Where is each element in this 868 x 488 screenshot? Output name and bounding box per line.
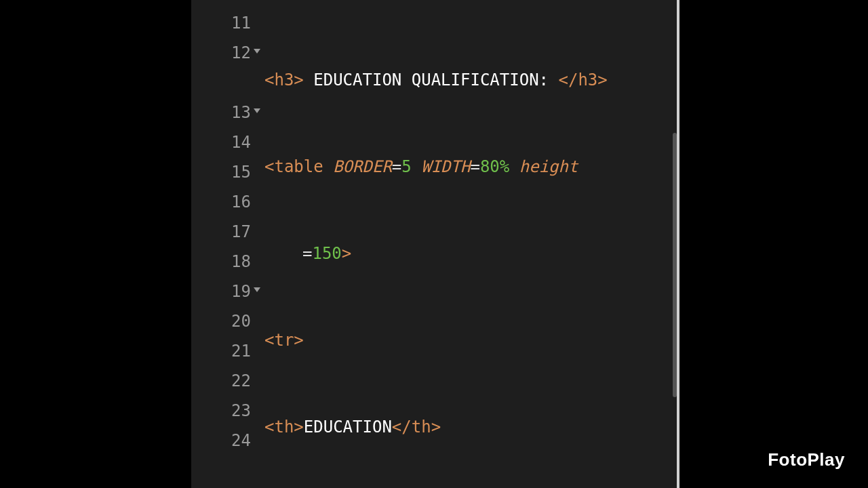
val: 150 — [312, 244, 341, 263]
ln-21: 21 — [231, 342, 251, 361]
ln-13: 13 — [231, 103, 251, 122]
line-number-wrap — [191, 68, 259, 98]
ln-16: 16 — [231, 192, 251, 211]
code-line-12[interactable]: <table BORDER=5 WIDTH=80% height — [264, 152, 677, 182]
code-editor: 11 12 13 14 15 16 17 18 19 20 21 22 23 2… — [191, 0, 679, 488]
ln-20: 20 — [231, 312, 251, 331]
attr: BORDER — [333, 157, 392, 176]
line-number: 16 — [191, 187, 259, 217]
val: 80% — [480, 157, 509, 176]
ln-23: 23 — [231, 401, 251, 420]
line-number: 15 — [191, 157, 259, 187]
line-number: 24 — [191, 426, 259, 455]
line-number: 22 — [191, 366, 259, 396]
ln-18: 18 — [231, 252, 251, 271]
attr: height — [519, 157, 578, 176]
space — [412, 157, 421, 176]
line-number-gutter: 11 12 13 14 15 16 17 18 19 20 21 22 23 2… — [191, 0, 259, 488]
scrollbar-thumb[interactable] — [673, 133, 677, 397]
eq: = — [392, 157, 401, 176]
line-number: 18 — [191, 247, 259, 277]
eq: = — [302, 244, 312, 263]
tag-close: </th> — [392, 418, 441, 436]
eq: = — [470, 157, 479, 176]
ln-11: 11 — [231, 14, 251, 33]
ln-22: 22 — [231, 371, 251, 390]
code-area[interactable]: <h3> EDUCATION QUALIFICATION: </h3> <tab… — [259, 0, 677, 488]
tag-close: > — [342, 244, 351, 263]
code-line-13[interactable]: <tr> — [264, 325, 677, 355]
line-number: 14 — [191, 127, 259, 157]
line-number: 20 — [191, 306, 259, 336]
attr: WIDTH — [421, 157, 470, 176]
space — [509, 157, 519, 176]
code-line-14[interactable]: <th>EDUCATION</th> — [264, 412, 677, 442]
line-number: 11 — [191, 8, 259, 38]
ln-19: 19 — [231, 282, 251, 301]
line-number: 19 — [191, 277, 259, 306]
ln-17: 17 — [231, 222, 251, 241]
ln-15: 15 — [231, 163, 251, 182]
tag-close: </h3> — [558, 70, 607, 89]
space — [323, 157, 333, 176]
line-number: 12 — [191, 38, 259, 68]
text: EDUCATION — [304, 418, 392, 436]
tag: <tr> — [264, 331, 304, 350]
line-number: 13 — [191, 98, 259, 127]
line-number: 21 — [191, 336, 259, 366]
tag-open: <table — [264, 157, 323, 176]
code-line-12-wrap[interactable]: =150> — [264, 239, 677, 268]
val: 5 — [401, 157, 411, 176]
watermark-text: FotoPlay — [768, 449, 845, 470]
line-number: 17 — [191, 217, 259, 247]
tag-open: <h3> — [264, 70, 304, 89]
ln-12: 12 — [231, 43, 251, 62]
line-number: 23 — [191, 396, 259, 426]
tag-open: <th> — [264, 418, 304, 436]
ln-24: 24 — [231, 431, 251, 450]
code-line-11[interactable]: <h3> EDUCATION QUALIFICATION: </h3> — [264, 65, 677, 95]
ln-14: 14 — [231, 133, 251, 152]
text: EDUCATION QUALIFICATION: — [304, 70, 559, 89]
